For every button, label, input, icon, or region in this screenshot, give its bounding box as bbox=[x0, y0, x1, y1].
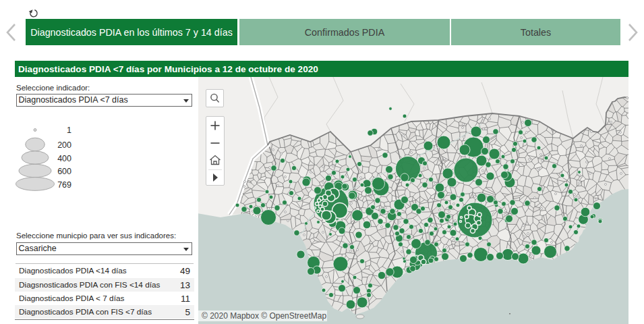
svg-text:600: 600 bbox=[57, 167, 71, 176]
svg-text:© 2020 Mapbox © OpenStreetMap: © 2020 Mapbox © OpenStreetMap bbox=[202, 311, 326, 321]
svg-text:400: 400 bbox=[57, 154, 71, 163]
svg-text:1: 1 bbox=[67, 126, 71, 135]
svg-text:769: 769 bbox=[57, 180, 71, 190]
svg-text:200: 200 bbox=[57, 140, 71, 150]
